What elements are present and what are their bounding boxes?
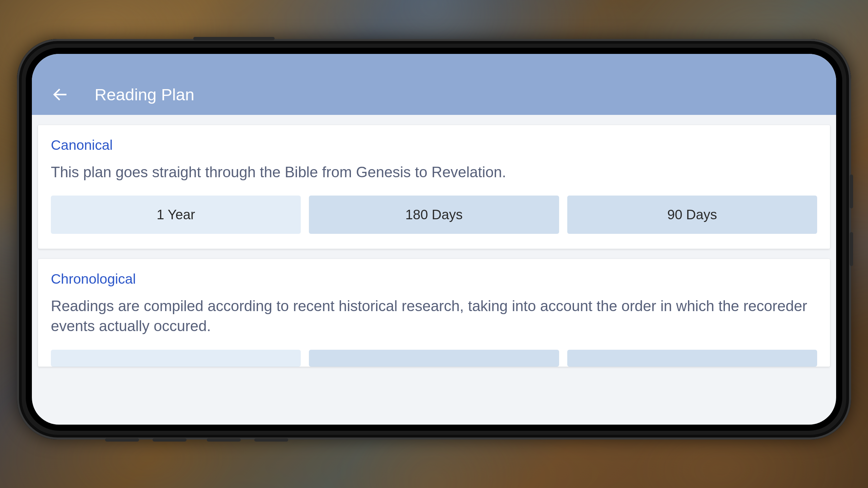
duration-90-days-button[interactable]: 90 Days [567,196,817,234]
device-button [850,232,853,266]
device-notch [193,37,275,40]
app-screen: Reading Plan Canonical This plan goes st… [32,54,836,425]
duration-button[interactable] [567,350,817,367]
plan-description: This plan goes straight through the Bibl… [51,162,817,182]
duration-row: 1 Year 180 Days 90 Days [51,196,817,234]
device-button [207,438,241,442]
device-button [254,438,288,442]
page-title: Reading Plan [95,85,194,104]
plan-title: Chronological [51,271,817,287]
plan-description: Readings are compiled according to recen… [51,296,817,336]
plan-title: Canonical [51,137,817,153]
duration-1-year-button[interactable]: 1 Year [51,196,301,234]
back-button[interactable] [52,86,69,103]
device-frame: Reading Plan Canonical This plan goes st… [17,39,851,440]
plan-card-canonical: Canonical This plan goes straight throug… [38,125,830,249]
content-area[interactable]: Canonical This plan goes straight throug… [32,115,836,425]
duration-button[interactable] [309,350,559,367]
app-header: Reading Plan [32,54,836,115]
device-button [850,175,853,208]
plan-card-chronological: Chronological Readings are compiled acco… [38,259,830,367]
arrow-left-icon [52,86,68,103]
device-button [105,438,139,442]
duration-180-days-button[interactable]: 180 Days [309,196,559,234]
device-button [153,438,186,442]
duration-button[interactable] [51,350,301,367]
duration-row [51,350,817,367]
